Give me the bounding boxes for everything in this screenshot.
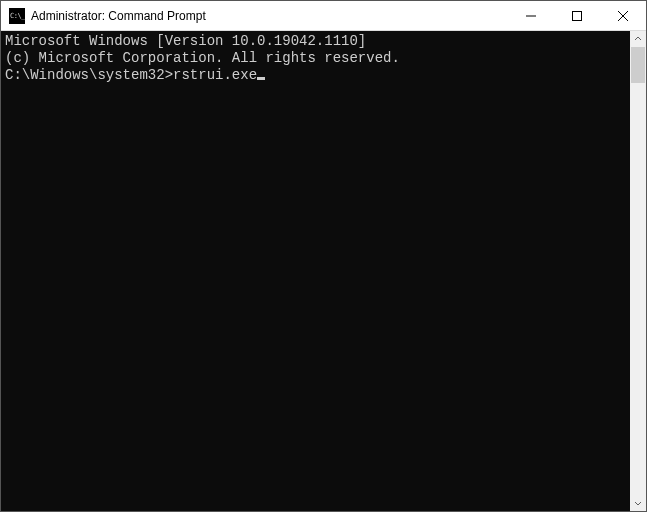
command-prompt-window: Administrator: Command Prompt Micr (0, 0, 647, 512)
window-title: Administrator: Command Prompt (31, 9, 206, 23)
svg-rect-1 (573, 11, 582, 20)
minimize-button[interactable] (508, 1, 554, 30)
window-controls (508, 1, 646, 30)
chevron-down-icon (634, 499, 642, 507)
maximize-icon (572, 11, 582, 21)
close-button[interactable] (600, 1, 646, 30)
scroll-thumb[interactable] (631, 47, 645, 83)
typed-command: rstrui.exe (173, 67, 257, 83)
close-icon (618, 11, 628, 21)
titlebar[interactable]: Administrator: Command Prompt (1, 1, 646, 31)
minimize-icon (526, 11, 536, 21)
copyright-line: (c) Microsoft Corporation. All rights re… (5, 50, 626, 67)
scroll-up-button[interactable] (630, 31, 646, 47)
prompt-line: C:\Windows\system32>rstrui.exe (5, 67, 626, 84)
maximize-button[interactable] (554, 1, 600, 30)
chevron-up-icon (634, 35, 642, 43)
prompt-path: C:\Windows\system32> (5, 67, 173, 83)
terminal-output[interactable]: Microsoft Windows [Version 10.0.19042.11… (1, 31, 630, 511)
scroll-down-button[interactable] (630, 495, 646, 511)
vertical-scrollbar[interactable] (630, 31, 646, 511)
client-area: Microsoft Windows [Version 10.0.19042.11… (1, 31, 646, 511)
cmd-icon (9, 8, 25, 24)
version-line: Microsoft Windows [Version 10.0.19042.11… (5, 33, 626, 50)
text-cursor (257, 77, 265, 80)
